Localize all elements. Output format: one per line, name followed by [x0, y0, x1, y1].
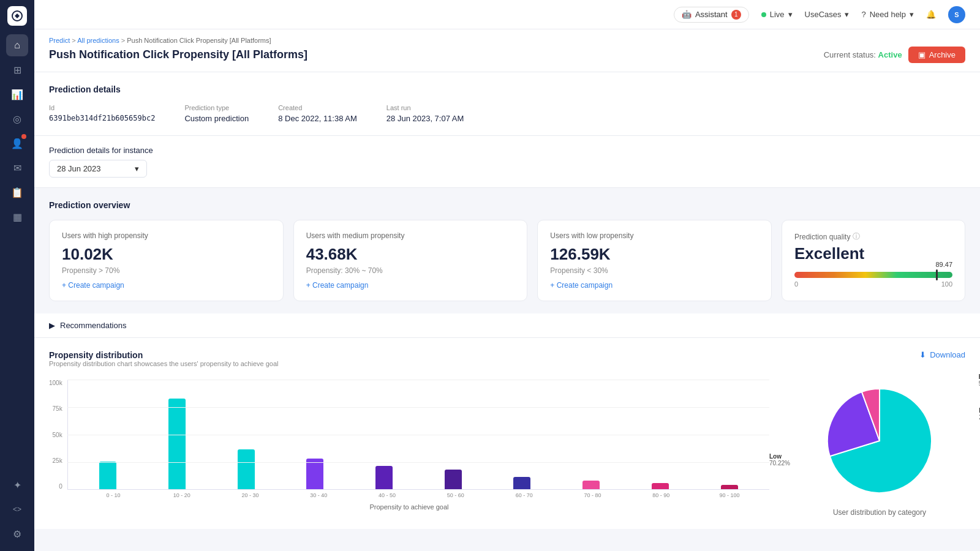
bar-chart-wrapper: 100k 75k 50k 25k 0 [49, 380, 769, 514]
high-sub: Propensity > 70% [62, 266, 271, 275]
sidebar-item-spark[interactable]: ✦ [6, 474, 28, 496]
detail-type: Prediction type Custom prediction [184, 104, 249, 123]
sidebar-item-reports[interactable]: 📋 [6, 181, 28, 203]
medium-create-campaign[interactable]: + Create campaign [306, 281, 515, 290]
notifications[interactable]: 🔔 [926, 10, 936, 19]
quality-indicator [936, 269, 938, 280]
sidebar-item-layers[interactable]: ▦ [6, 206, 28, 228]
sidebar-item-users[interactable]: 👤 [6, 132, 28, 154]
overview-section: Prediction overview Users with high prop… [34, 188, 980, 313]
sidebar-item-chart[interactable]: 📊 [6, 83, 28, 105]
sidebar-item-home[interactable]: ⌂ [6, 34, 28, 56]
bar-item [559, 379, 624, 489]
live-label: Live [770, 10, 785, 19]
bar-label: 0 - 10 [81, 492, 146, 498]
quality-label: Prediction quality ⓘ [794, 231, 952, 242]
bar-label: 90 - 100 [697, 492, 762, 498]
bell-icon: 🔔 [926, 10, 936, 19]
pie-chart-svg [818, 380, 941, 502]
cards-row: Users with high propensity 10.02K Propen… [49, 220, 965, 301]
medium-sub: Propensity: 30% ~ 70% [306, 266, 515, 275]
bar-label: 80 - 90 [628, 492, 693, 498]
help-icon: ? [861, 10, 865, 19]
y-axis: 100k 75k 50k 25k 0 [49, 380, 67, 490]
sidebar-item-pie[interactable]: ◎ [6, 108, 28, 130]
download-button[interactable]: ⬇ Download [919, 350, 965, 359]
low-propensity-card: Users with low propensity 126.59K Propen… [537, 220, 772, 301]
instance-value: 28 Jun 2023 [57, 164, 101, 173]
page-header: Predict > All predictions > Push Notific… [34, 29, 980, 72]
use-cases-label: UseCases [805, 10, 842, 19]
breadcrumb-current: Push Notification Click Propensity [All … [127, 37, 271, 44]
high-propensity-card: Users with high propensity 10.02K Propen… [49, 220, 284, 301]
detail-id: Id 6391beb314df21b605659bc2 [49, 104, 155, 123]
details-grid: Id 6391beb314df21b605659bc2 Prediction t… [49, 104, 965, 123]
page-area: Predict > All predictions > Push Notific… [34, 29, 980, 551]
recommendations-header[interactable]: ▶ Recommendations [49, 321, 965, 330]
sidebar-item-message[interactable]: ✉ [6, 157, 28, 179]
breadcrumb-predict[interactable]: Predict [49, 37, 70, 44]
breadcrumb-all-predictions[interactable]: All predictions [77, 37, 119, 44]
info-icon: ⓘ [853, 231, 860, 242]
id-value: 6391beb314df21b605659bc2 [49, 114, 155, 122]
bar-label: 10 - 20 [149, 492, 214, 498]
sidebar-item-code[interactable]: <> [6, 498, 28, 520]
status-row: Current status: Active ▣ Archive [824, 47, 965, 63]
instance-select[interactable]: 28 Jun 2023 ▾ [49, 160, 147, 178]
quality-range: 0 100 [794, 280, 952, 288]
sidebar-item-grid[interactable]: ⊞ [6, 59, 28, 81]
bar-label: 60 - 70 [492, 492, 557, 498]
low-create-campaign[interactable]: + Create campaign [550, 281, 759, 290]
pie-chart-title: User distribution by category [833, 508, 926, 517]
prediction-details-section: Prediction details Id 6391beb314df21b605… [34, 72, 980, 136]
bar-labels-row: 0 - 1010 - 2020 - 3030 - 4040 - 5050 - 6… [74, 492, 769, 498]
last-run-value: 28 Jun 2023, 7:07 AM [386, 114, 464, 123]
top-header: 🤖 Assistant 1 Live ▾ UseCases ▾ ? Need h… [34, 0, 980, 29]
low-label: Users with low propensity [550, 231, 759, 240]
users-badge [21, 134, 26, 139]
low-value: 126.59K [550, 245, 759, 264]
high-create-campaign[interactable]: + Create campaign [62, 281, 271, 290]
recommendations-label: Recommendations [60, 321, 126, 330]
use-cases-menu[interactable]: UseCases ▾ [805, 10, 850, 19]
breadcrumb: Predict > All predictions > Push Notific… [49, 37, 965, 44]
x-axis-label: Propensity to achieve goal [49, 503, 769, 511]
page-title-row: Push Notification Click Propensity [All … [49, 47, 965, 63]
bar-item [75, 379, 141, 489]
logo[interactable] [7, 6, 27, 26]
assistant-badge: 1 [731, 10, 741, 20]
high-label: Users with high propensity [62, 231, 271, 240]
need-help-menu[interactable]: ? Need help ▾ [861, 10, 914, 19]
detail-created: Created 8 Dec 2022, 11:38 AM [278, 104, 357, 123]
created-value: 8 Dec 2022, 11:38 AM [278, 114, 357, 123]
bar-label: 50 - 60 [423, 492, 488, 498]
bar-item [144, 379, 209, 489]
bar-chart-area [67, 380, 769, 490]
quality-value: Excellent [794, 244, 952, 263]
charts-title: Propensity distribution [49, 350, 278, 360]
bar-item [489, 379, 555, 489]
charts-header: Propensity distribution Propensity distr… [49, 350, 965, 377]
quality-bar [794, 272, 952, 278]
live-dot [761, 12, 766, 17]
medium-propensity-card: Users with medium propensity 43.68K Prop… [293, 220, 528, 301]
help-chevron: ▾ [910, 10, 914, 19]
bar-item [420, 379, 486, 489]
download-icon: ⬇ [919, 350, 926, 359]
charts-row: 100k 75k 50k 25k 0 [49, 380, 965, 517]
avatar[interactable]: S [948, 6, 965, 23]
bar-item [628, 379, 693, 489]
bar-chart: 100k 75k 50k 25k 0 [49, 380, 769, 514]
archive-button[interactable]: ▣ Archive [908, 47, 965, 63]
live-indicator[interactable]: Live ▾ [761, 10, 793, 19]
assistant-button[interactable]: 🤖 Assistant 1 [674, 7, 749, 23]
low-legend-label: Low 70.22% [769, 453, 790, 467]
charts-subtitle: Propensity distribution chart showcases … [49, 360, 278, 367]
bar-item [352, 379, 417, 489]
sidebar-item-settings[interactable]: ⚙ [6, 523, 28, 545]
medium-label: Users with medium propensity [306, 231, 515, 240]
bars-container [67, 380, 769, 490]
assistant-label: Assistant [695, 10, 728, 19]
assistant-icon: 🤖 [682, 10, 692, 19]
main-content: 🤖 Assistant 1 Live ▾ UseCases ▾ ? Need h… [34, 0, 980, 551]
